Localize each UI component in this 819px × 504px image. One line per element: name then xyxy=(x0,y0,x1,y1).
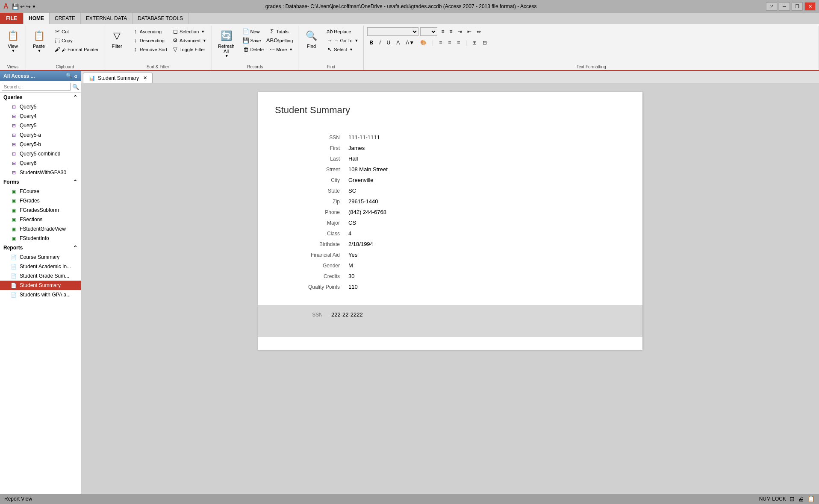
birthdate-value: 2/18/1994 xyxy=(343,239,625,249)
nav-item-fsections[interactable]: ▣ FSections xyxy=(0,215,81,224)
layout-view-icon[interactable]: ⊟ xyxy=(790,495,795,502)
indent-btn[interactable]: ⇥ xyxy=(456,28,464,35)
list-style-btn[interactable]: ≡ xyxy=(439,28,446,35)
tab-database-tools[interactable]: DATABASE TOOLS xyxy=(133,13,189,24)
nav-item-query5-b[interactable]: ⊞ Query5-b xyxy=(0,140,81,149)
reports-section-header[interactable]: Reports ⌃ xyxy=(0,243,81,252)
underline-btn[interactable]: U xyxy=(385,39,393,47)
student-summary-tab[interactable]: 📊 Student Summary ✕ xyxy=(83,73,153,83)
nav-item-label: Query5-b xyxy=(20,141,41,147)
save-record-button[interactable]: 💾 Save xyxy=(241,36,265,44)
nav-item-fcourse[interactable]: ▣ FCourse xyxy=(0,187,81,196)
remove-sort-button[interactable]: ↕ Remove Sort xyxy=(131,45,169,53)
nav-item-query5b[interactable]: ⊞ Query5 xyxy=(0,121,81,130)
align-right-btn[interactable]: ≡ xyxy=(455,39,462,47)
format-painter-button[interactable]: 🖌 🖌 Format Painter xyxy=(53,45,100,53)
undo-btn[interactable]: ↩ xyxy=(20,3,25,10)
selection-icon: ◻ xyxy=(172,28,178,35)
tab-create[interactable]: CREATE xyxy=(50,13,81,24)
advanced-label: Advanced xyxy=(180,38,200,43)
totals-button[interactable]: Σ Totals xyxy=(267,27,295,35)
bg-color-btn[interactable]: 🎨 xyxy=(418,39,429,47)
align-center-btn[interactable]: ≡ xyxy=(446,39,453,47)
nav-item-course-summary[interactable]: 📄 Course Summary xyxy=(0,252,81,262)
nav-item-student-summary[interactable]: 📄 Student Summary xyxy=(0,281,81,290)
print-preview-icon[interactable]: 🖨 xyxy=(798,495,804,502)
select-button[interactable]: ↖ Select ▼ xyxy=(325,45,360,53)
nav-item-fstudentinfo[interactable]: ▣ FStudentInfo xyxy=(0,234,81,243)
font-family-select[interactable] xyxy=(367,27,418,36)
nav-item-query4[interactable]: ⊞ Query4 xyxy=(0,111,81,121)
nav-item-student-grade-sum[interactable]: 📄 Student Grade Sum... xyxy=(0,271,81,281)
expand-btn[interactable]: ⇔ xyxy=(474,28,483,35)
tab-file[interactable]: FILE xyxy=(0,13,24,24)
forms-section-header[interactable]: Forms ⌃ xyxy=(0,177,81,187)
content-tab-bar: 📊 Student Summary ✕ xyxy=(81,71,819,83)
delete-record-button[interactable]: 🗑 Delete xyxy=(241,45,265,53)
nav-collapse-btn[interactable]: « xyxy=(74,73,77,79)
nav-search-toggle[interactable]: 🔍 xyxy=(66,73,72,79)
queries-section-header[interactable]: Queries ⌃ xyxy=(0,93,81,102)
descending-button[interactable]: ↓ Descending xyxy=(131,36,169,44)
replace-button[interactable]: ab Replace xyxy=(325,27,360,35)
minimize-btn[interactable]: ─ xyxy=(779,2,790,11)
more-button[interactable]: ⋯ More ▼ xyxy=(267,45,295,53)
query-icon: ⊞ xyxy=(10,150,17,157)
find-button[interactable]: 🔍 Find xyxy=(302,27,321,50)
tab-home[interactable]: HOME xyxy=(24,13,50,24)
new-record-button[interactable]: 📄 New xyxy=(241,27,265,35)
nav-item-fstudentgradeview[interactable]: ▣ FStudentGradeView xyxy=(0,224,81,234)
advanced-button[interactable]: ⚙ Advanced ▼ xyxy=(171,36,208,44)
outdent-btn[interactable]: ⇤ xyxy=(465,28,474,35)
font-size-select[interactable] xyxy=(420,27,437,36)
save-quick-btn[interactable]: 💾 xyxy=(12,3,19,10)
copy-button[interactable]: ⬚ Copy xyxy=(53,36,100,44)
cut-icon: ✂ xyxy=(54,28,60,35)
goto-button[interactable]: → → Go To ▼ xyxy=(325,36,360,44)
nav-item-query5-combined[interactable]: ⊞ Query5-combined xyxy=(0,149,81,158)
filter-button[interactable]: ▽ Filter xyxy=(108,27,127,50)
nav-item-label: StudentsWithGPA30 xyxy=(20,170,66,176)
spelling-button[interactable]: ABC Spelling xyxy=(267,36,295,44)
nav-item-query5a[interactable]: ⊞ Query5-a xyxy=(0,130,81,140)
customize-btn[interactable]: ▼ xyxy=(32,4,36,9)
list-btn2[interactable]: ≡ xyxy=(448,28,455,35)
view-button[interactable]: 📋 View ▼ xyxy=(3,27,22,55)
tab-external-data[interactable]: EXTERNAL DATA xyxy=(81,13,133,24)
nav-item-fgradessubform[interactable]: ▣ FGradesSubform xyxy=(0,205,81,215)
grid-btn[interactable]: ⊞ xyxy=(470,39,479,47)
nav-item-student-academic[interactable]: 📄 Student Academic In... xyxy=(0,262,81,271)
close-btn[interactable]: ✕ xyxy=(804,2,816,11)
nav-item-studentswithgpa30[interactable]: ⊞ StudentsWithGPA30 xyxy=(0,168,81,177)
nav-item-query5-top[interactable]: ⊞ Query5 xyxy=(0,102,81,111)
restore-btn[interactable]: ❐ xyxy=(792,2,803,11)
major-row: Major CS xyxy=(275,217,625,228)
grid-btn2[interactable]: ⊟ xyxy=(480,39,489,47)
redo-btn[interactable]: ↪ xyxy=(26,3,31,10)
cut-button[interactable]: ✂ Cut xyxy=(53,27,100,35)
help-btn[interactable]: ? xyxy=(766,2,777,11)
tab-close-btn[interactable]: ✕ xyxy=(143,75,147,81)
find-group-label: Find xyxy=(327,64,335,70)
search-input[interactable] xyxy=(2,83,71,91)
ascending-button[interactable]: ↑ Ascending xyxy=(131,27,169,35)
bold-btn[interactable]: B xyxy=(367,39,375,47)
nav-item-label: Student Summary xyxy=(20,282,61,288)
refresh-all-button[interactable]: 🔄 RefreshAll ▼ xyxy=(215,27,237,60)
birthdate-label: Birthdate xyxy=(275,239,343,249)
gender-value: M xyxy=(343,260,625,271)
report-icon-selected: 📄 xyxy=(10,282,17,289)
nav-title: All Access ... xyxy=(3,73,35,79)
menu-tab-bar: FILE HOME CREATE EXTERNAL DATA DATABASE … xyxy=(0,13,819,24)
report-view-icon[interactable]: 📋 xyxy=(807,495,815,502)
selection-button[interactable]: ◻ Selection ▼ xyxy=(171,27,208,35)
nav-item-fgrades[interactable]: ▣ FGrades xyxy=(0,196,81,205)
font-color-btn[interactable]: A xyxy=(394,39,402,47)
nav-item-query6[interactable]: ⊞ Query6 xyxy=(0,158,81,168)
align-left-btn[interactable]: ≡ xyxy=(437,39,444,47)
highlight-btn[interactable]: A▼ xyxy=(404,39,416,47)
paste-button[interactable]: 📋 Paste ▼ xyxy=(29,27,48,55)
toggle-filter-button[interactable]: ▽ Toggle Filter xyxy=(171,45,208,53)
italic-btn[interactable]: I xyxy=(377,39,383,47)
nav-item-students-with-gpa[interactable]: 📄 Students with GPA a... xyxy=(0,290,81,299)
